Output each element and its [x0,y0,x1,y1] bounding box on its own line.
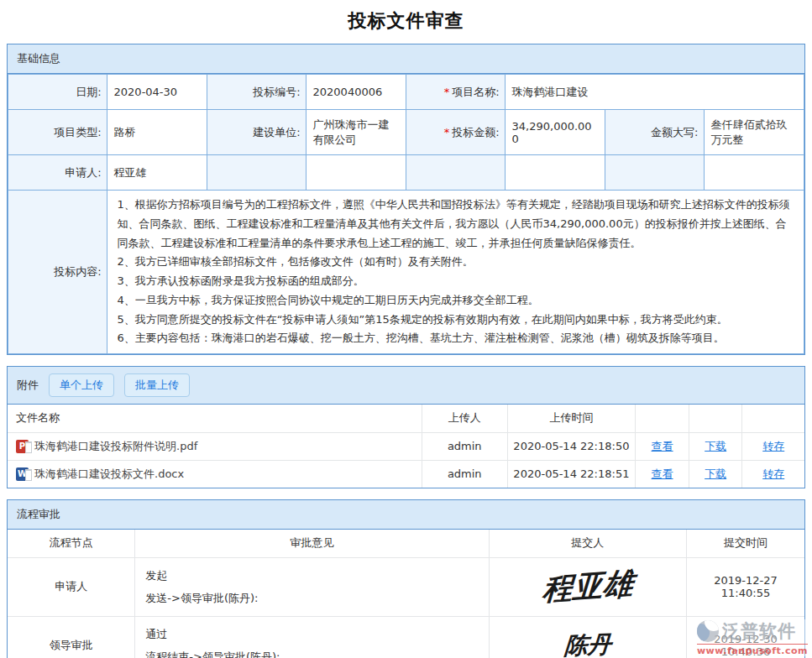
batch-upload-button[interactable]: 批量上传 [124,373,190,397]
amount-in-words-value: 叁仟肆佰贰拾玖万元整 [704,110,804,155]
fanpu-logo-icon [697,620,719,642]
bid-number-value: 2020040006 [306,75,406,110]
file-name: 珠海鹤港口建设投标附件说明.pdf [34,439,197,454]
flow-node-header: 流程节点 [8,530,135,557]
uploader-header: 上传人 [422,405,507,432]
project-name-value: 珠海鹤港口建设 [505,75,804,110]
action-header-empty [636,405,689,432]
project-type-value: 路桥 [107,110,207,155]
required-asterisk: * [444,126,450,138]
uploader: admin [422,432,507,460]
basic-info-section: 基础信息 日期: 2020-04-30 投标编号: 2020040006 *项目… [7,44,805,355]
amount-in-words-label: 金额大写: [605,110,704,155]
upload-time-header: 上传时间 [507,405,636,432]
bid-content-line: 3、我方承认投标函附录是我方投标函的组成部分。 [118,272,794,291]
signature-image: 程亚雄 [541,563,634,611]
submitter-header: 提交人 [489,530,686,557]
bid-content-line: 4、一旦我方中标，我方保证按照合同协议中规定的工期日历天内完成并移交全部工程。 [118,291,794,311]
empty-label-cell [605,155,704,191]
action-header-empty [689,405,742,432]
empty-value-cell [306,155,406,191]
submit-time-header: 提交时间 [687,530,804,557]
approval-row: 申请人 发起 发送->领导审批(陈丹): 程亚雄 2019-12-27 11:4… [8,557,804,616]
applicant-label: 申请人: [8,155,107,191]
project-type-label: 项目类型: [8,110,107,155]
bid-content-line: 6、主要内容包括：珠海港口的岩石爆破、挖一般土方、挖沟槽、基坑土方、灌注桩检测管… [118,329,794,348]
transfer-link[interactable]: 转存 [762,440,784,452]
bid-content-value: 1、根据你方招标项目编号为的工程招标文件，遵照《中华人民共和国招投标法》等有关规… [107,191,804,354]
signature-image: 陈丹 [563,629,613,658]
date-value: 2020-04-30 [107,75,207,110]
empty-label-cell [406,155,505,191]
download-link[interactable]: 下载 [705,467,726,480]
project-name-label: *项目名称: [406,75,505,110]
download-link[interactable]: 下载 [705,440,726,452]
approval-table: 流程节点 审批意见 提交人 提交时间 申请人 发起 发送->领导审批(陈丹): … [8,530,804,658]
uploader: admin [422,460,507,488]
upload-time: 2020-05-14 22:18:51 [507,460,636,488]
single-upload-button[interactable]: 单个上传 [49,373,114,397]
vendor-url: www.fanpusoft.com [697,644,808,656]
approval-row: 领导审批 通过 流程结束->领导审批(陈丹): 陈丹 2019-12-30 10… [8,616,804,658]
flow-node: 申请人 [8,557,135,616]
attachments-title: 附件 [17,378,39,393]
opinion-line: 发起 [145,564,481,587]
view-link[interactable]: 查看 [652,467,673,480]
bid-amount-value: 34,290,000.000 [505,110,605,155]
opinion-line: 发送->领导审批(陈丹): [145,587,481,609]
upload-time: 2020-05-14 22:18:50 [507,432,636,460]
vendor-brand-name: 泛普软件 [722,619,796,643]
bid-number-label: 投标编号: [207,75,306,110]
empty-label-cell [207,155,306,191]
page-title: 投标文件审查 [0,0,812,44]
build-unit-value: 广州珠海市一建有限公司 [306,110,406,155]
opinion-line: 流程结束->领导审批(陈丹): [145,645,481,658]
opinion-header: 审批意见 [135,530,489,557]
empty-value-cell [505,155,605,191]
date-label: 日期: [8,75,107,110]
action-header-empty [742,405,804,432]
basic-info-table: 日期: 2020-04-30 投标编号: 2020040006 *项目名称: 珠… [8,74,804,354]
applicant-value: 程亚雄 [107,155,207,191]
attachments-table: 文件名称 上传人 上传时间 P 珠海鹤港口建设投标附件说明.pdf admin … [8,405,804,488]
file-name-header: 文件名称 [8,405,422,432]
attachment-row: P 珠海鹤港口建设投标附件说明.pdf admin 2020-05-14 22:… [8,432,804,460]
bid-content-line: 5、我方同意所提交的投标文件在“投标申请人须知”第15条规定的投标有效期内有效，… [118,311,794,330]
required-asterisk: * [444,86,450,98]
pdf-file-icon: P [16,440,29,453]
build-unit-label: 建设单位: [207,110,306,155]
attachments-section-header: 附件 单个上传 批量上传 [8,367,804,405]
basic-info-section-header: 基础信息 [8,44,804,74]
empty-value-cell [704,155,804,191]
flow-node: 领导审批 [8,616,135,658]
bid-content-line: 1、根据你方招标项目编号为的工程招标文件，遵照《中华人民共和国招投标法》等有关规… [118,196,794,253]
opinion-line: 通过 [145,623,481,645]
word-file-icon: W [16,467,29,481]
approval-section-header: 流程审批 [8,500,804,530]
attachment-row: W 珠海鹤港口建设投标文件.docx admin 2020-05-14 22:1… [8,460,804,488]
bid-content-label: 投标内容: [8,191,107,354]
file-name: 珠海鹤港口建设投标文件.docx [34,467,184,482]
submit-time: 2019-12-27 11:40:55 [687,557,804,616]
attachments-section: 附件 单个上传 批量上传 文件名称 上传人 上传时间 P 珠海鹤港口建设投标附件… [7,366,805,488]
vendor-watermark: 泛普软件 www.fanpusoft.com [697,619,808,656]
view-link[interactable]: 查看 [652,440,673,452]
bid-amount-label: *投标金额: [406,110,505,155]
bid-content-line: 2、我方已详细审核全部招标文件，包括修改文件（如有时）及有关附件。 [118,253,794,272]
approval-section: 流程审批 流程节点 审批意见 提交人 提交时间 申请人 发起 发送->领导审批(… [7,499,805,658]
transfer-link[interactable]: 转存 [762,467,784,480]
